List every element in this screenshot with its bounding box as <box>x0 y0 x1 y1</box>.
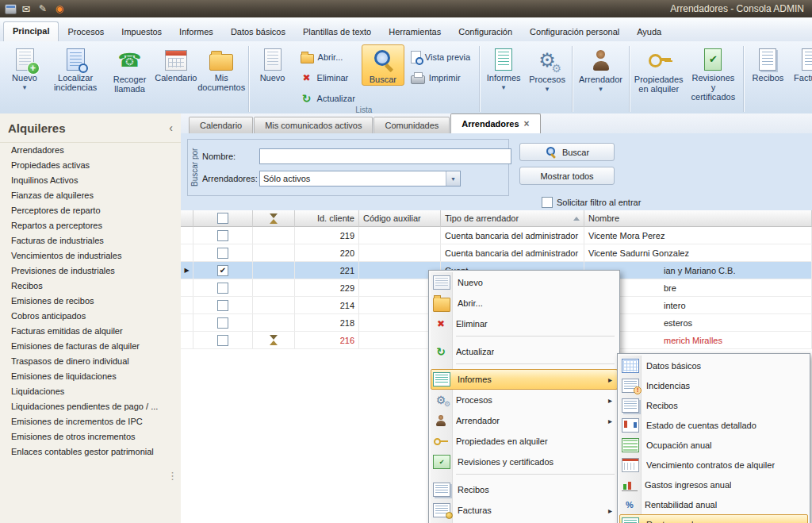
sidebar-item[interactable]: Emisiones de otros incrementos <box>0 429 181 444</box>
sidebar-item[interactable]: Emisiones de liquidaciones <box>0 369 181 384</box>
sidebar-item[interactable]: Recibos <box>0 279 181 294</box>
arrendadores-select[interactable]: Sólo activos <box>259 171 461 187</box>
column-header-codigo-auxiliar[interactable]: Código auxiliar <box>359 210 441 227</box>
context-menu-item[interactable]: Nuevo <box>431 272 618 293</box>
titlebar-icon[interactable] <box>52 2 67 15</box>
context-menu-item[interactable] <box>456 474 615 478</box>
context-menu-item[interactable]: Propiedades en alquiler <box>431 431 618 452</box>
submenu-item[interactable]: Rentabilidad anual <box>619 494 808 514</box>
row-checkbox[interactable] <box>217 230 228 241</box>
titlebar-icon[interactable] <box>19 2 33 15</box>
menu-tab[interactable]: Procesos <box>59 23 113 41</box>
submenu-item[interactable]: Vencimiento contratos de alquiler <box>619 455 808 475</box>
row-checkbox[interactable] <box>217 283 228 294</box>
sidebar-item[interactable]: Facturas emitidas de alquiler <box>0 324 181 339</box>
ribbon-button[interactable]: Propiedades en alquiler <box>632 44 685 95</box>
mostrar-todos-button[interactable]: Mostrar todos <box>519 167 615 185</box>
row-checkbox[interactable] <box>217 265 228 276</box>
ribbon-small-button[interactable]: Imprimir <box>404 68 477 87</box>
row-checkbox[interactable] <box>217 317 228 329</box>
ribbon-button[interactable]: Localizar incidencias <box>46 44 105 94</box>
solicitar-filtro-checkbox[interactable] <box>542 197 553 208</box>
ribbon-button[interactable]: Informes <box>482 44 525 92</box>
ribbon-button-buscar[interactable]: Buscar <box>362 44 404 86</box>
context-menu-item[interactable]: Eliminar <box>431 313 618 334</box>
titlebar-icon[interactable] <box>5 4 17 14</box>
context-menu-item[interactable]: Actualizar <box>431 341 618 362</box>
sidebar-item[interactable]: Propiedades activas <box>0 158 181 173</box>
ribbon-small-button[interactable]: Eliminar <box>294 68 362 87</box>
submenu-item[interactable]: Ocupación anual <box>619 435 808 455</box>
row-checkbox[interactable] <box>217 300 228 311</box>
sidebar-item[interactable]: Liquidaciones pendientes de pago / ... <box>0 399 181 414</box>
sidebar-item[interactable]: Perceptores de reparto <box>0 203 181 218</box>
sidebar-item[interactable]: Emisiones de recibos <box>0 294 181 309</box>
menu-tab[interactable]: Informes <box>170 23 222 41</box>
sidebar-item[interactable]: Traspasos de dinero individual <box>0 354 181 369</box>
context-menu-item[interactable]: Informes <box>431 369 618 390</box>
ribbon-button[interactable]: Nuevo <box>3 44 46 92</box>
submenu-item[interactable]: Estado de cuentas detallado <box>619 415 808 435</box>
submenu-item[interactable]: Incidencias <box>619 375 808 395</box>
sidebar-item[interactable]: Arrendadores <box>0 143 181 158</box>
sidebar-item[interactable]: Previsiones de industriales <box>0 263 181 279</box>
context-menu-item[interactable] <box>456 336 615 340</box>
menu-tab[interactable]: Plantillas de texto <box>294 23 380 41</box>
ribbon-small-button[interactable]: Vista previa <box>404 48 477 67</box>
ribbon-button[interactable]: Mis documentos <box>197 44 246 94</box>
menu-tab[interactable]: Impuestos <box>113 23 170 41</box>
document-tab[interactable]: Arrendadores <box>450 113 540 133</box>
tab-close-icon[interactable] <box>524 118 530 129</box>
menu-tab[interactable]: Configuración personal <box>521 23 628 41</box>
sidebar-item[interactable]: Inquilinos Activos <box>0 173 181 188</box>
ribbon-button[interactable]: Arrendador <box>575 44 626 94</box>
sidebar-item[interactable]: Enlaces contables gestor patrimonial <box>0 444 181 460</box>
table-row[interactable]: 220 Cuenta bancaria del administrador Vi… <box>181 244 812 262</box>
context-menu-item[interactable]: Facturas <box>431 500 618 521</box>
context-menu-item[interactable]: Abrir... <box>431 293 618 313</box>
row-checkbox[interactable] <box>217 248 228 259</box>
submenu-item[interactable]: Datos básicos <box>619 356 808 375</box>
sidebar-item[interactable]: Facturas de industriales <box>0 233 181 248</box>
sidebar-item[interactable]: Emisiones de facturas de alquiler <box>0 339 181 354</box>
sidebar-item[interactable]: Fianzas de alquileres <box>0 188 181 203</box>
sidebar-item[interactable]: Liquidaciones <box>0 384 181 399</box>
ribbon-button[interactable]: Calendario <box>155 44 197 84</box>
nombre-input[interactable] <box>259 148 511 164</box>
ribbon-button-nuevo[interactable]: Nuevo <box>251 44 294 84</box>
submenu-item[interactable]: Gastos ingresos anual <box>619 475 808 494</box>
row-checkbox[interactable] <box>217 335 228 346</box>
column-header-id-cliente[interactable]: Id. cliente <box>295 210 359 227</box>
context-menu-item[interactable]: Recibos <box>431 479 618 500</box>
select-all-checkbox[interactable] <box>217 213 228 224</box>
buscar-button[interactable]: Buscar <box>519 143 615 161</box>
combo-dropdown-icon[interactable] <box>446 171 460 186</box>
sidebar-item[interactable]: Emisiones de incrementos de IPC <box>0 414 181 429</box>
context-menu-item[interactable]: Procesos <box>431 390 618 410</box>
ribbon-button[interactable]: Recoger llamada <box>105 44 155 95</box>
select-all-header[interactable] <box>193 210 253 227</box>
submenu-item[interactable]: Recibos <box>619 395 808 415</box>
document-tab[interactable]: Mis comunicados activos <box>254 117 373 133</box>
sidebar-item[interactable]: Cobros anticipados <box>0 309 181 324</box>
ribbon-button[interactable]: Procesos <box>525 44 569 94</box>
ribbon-button[interactable]: Facturas <box>789 44 812 84</box>
column-header-nombre[interactable]: Nombre <box>584 210 812 227</box>
menu-tab[interactable]: Herramientas <box>380 23 450 41</box>
document-tab[interactable]: Comunidades <box>373 117 450 133</box>
submenu-item[interactable]: Renta anual <box>619 514 808 523</box>
menu-tab[interactable]: Ayuda <box>628 23 670 41</box>
ribbon-small-button[interactable]: Abrir... <box>294 48 362 67</box>
sidebar-item[interactable]: Repartos a perceptores <box>0 218 181 233</box>
hourglass-column-header[interactable] <box>253 210 295 227</box>
table-row[interactable]: 219 Cuenta bancaria del administrador Vi… <box>181 227 812 244</box>
document-tab[interactable]: Calendario <box>189 117 253 133</box>
ribbon-button[interactable]: Recibos <box>746 44 789 84</box>
sidebar-item[interactable]: Vencimientos de industriales <box>0 248 181 263</box>
context-menu-item[interactable]: Revisiones y certificados <box>431 452 618 472</box>
context-menu-item[interactable]: Arrendador <box>431 410 618 431</box>
column-header-tipo-arrendador[interactable]: Tipo de arrendador <box>441 210 584 227</box>
context-menu-item[interactable] <box>456 363 615 367</box>
ribbon-button[interactable]: Revisiones y certificados <box>685 44 741 103</box>
menu-tab[interactable]: Configuración <box>450 23 521 41</box>
